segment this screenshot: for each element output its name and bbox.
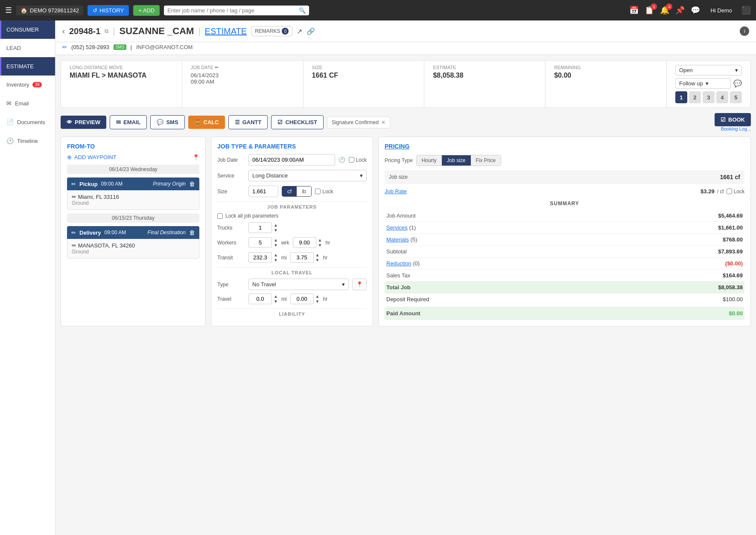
cf-toggle[interactable]: cf	[282, 186, 297, 196]
book-button[interactable]: ☑ BOOK	[715, 113, 751, 126]
chat-icon[interactable]: 💬	[691, 6, 700, 15]
remarks-button[interactable]: REMARKS 0	[251, 26, 292, 36]
home-button[interactable]: 🏠 DEMO 9728611242	[16, 6, 83, 15]
sms-button[interactable]: 💬 SMS	[150, 115, 184, 129]
pricing-title[interactable]: PRICING	[385, 143, 744, 150]
travel-hr-up[interactable]: ▲	[315, 294, 320, 299]
transit-up[interactable]: ▲	[274, 253, 278, 258]
step-2[interactable]: 2	[689, 91, 701, 103]
sidebar-item-estimate[interactable]: ESTIMATE	[0, 57, 55, 76]
workers-hr-down[interactable]: ▼	[318, 243, 322, 248]
expand-icon[interactable]: ↗	[297, 27, 302, 35]
calendar-icon[interactable]: 📅	[629, 6, 639, 15]
service-select[interactable]: Long Distance ▾	[248, 170, 367, 181]
step-3[interactable]: 3	[703, 91, 715, 103]
travel-map-pin[interactable]: 📍	[352, 279, 367, 290]
travel-mi-input[interactable]	[248, 294, 272, 304]
bell-icon[interactable]: 🔔 4	[660, 6, 669, 15]
separator: |	[113, 26, 115, 36]
workers-hr-input[interactable]	[293, 237, 316, 248]
sidebar-item-consumer[interactable]: CONSUMER	[0, 20, 55, 39]
lock-all-checkbox[interactable]	[217, 213, 223, 219]
search-bar[interactable]: 🔍	[164, 6, 309, 15]
edit-date-icon[interactable]: ✏	[215, 65, 219, 70]
trucks-input[interactable]	[248, 222, 272, 233]
workers-down[interactable]: ▼	[274, 243, 278, 248]
gantt-button[interactable]: ☰ GANTT	[228, 115, 268, 129]
travel-mi-up[interactable]: ▲	[274, 294, 278, 299]
job-date-lock[interactable]: Lock	[349, 157, 367, 163]
workers-input[interactable]	[248, 237, 272, 248]
pickup-address-text: Miami, FL 33116	[78, 194, 119, 200]
status-select[interactable]: Open ▾	[675, 65, 742, 76]
history-button[interactable]: ↺ HISTORY	[88, 5, 129, 16]
size-lock-checkbox[interactable]	[315, 189, 321, 194]
calc-button[interactable]: 🧮 CALC	[188, 116, 225, 129]
workers-hr-up[interactable]: ▲	[318, 238, 322, 243]
rate-lock-checkbox[interactable]	[727, 189, 732, 194]
size-lock[interactable]: Lock	[315, 189, 333, 195]
search-input[interactable]	[167, 7, 296, 14]
follow-up-chat-icon[interactable]: 💬	[733, 79, 742, 87]
job-rate-link[interactable]: Job Rate	[385, 188, 407, 195]
sidebar-documents-label: Documents	[17, 119, 45, 125]
info-button[interactable]: i	[740, 26, 749, 36]
sidebar-item-lead[interactable]: LEAD	[0, 39, 55, 57]
signature-close-icon[interactable]: ✕	[381, 119, 385, 125]
trucks-spinner: ▲ ▼	[248, 222, 278, 233]
travel-hr-input[interactable]	[290, 294, 314, 304]
trucks-up[interactable]: ▲	[274, 223, 278, 228]
materials-link[interactable]: Materials	[386, 236, 409, 243]
services-link[interactable]: Services	[386, 224, 408, 231]
transit-hr-input[interactable]	[290, 252, 314, 263]
home-icon: 🏠	[20, 7, 27, 14]
trucks-down[interactable]: ▼	[274, 228, 278, 233]
add-button[interactable]: + ADD	[133, 5, 160, 16]
link-icon[interactable]: 🔗	[306, 27, 315, 35]
preview-icon: 👁	[67, 119, 72, 125]
job-date-lock-checkbox[interactable]	[349, 157, 354, 163]
hourly-btn[interactable]: Hourly	[417, 155, 442, 166]
estimate-link[interactable]: ESTIMATE	[205, 26, 247, 36]
travel-type-select[interactable]: No Travel ▾	[248, 279, 349, 290]
step-5[interactable]: 5	[730, 91, 742, 103]
fixprice-btn[interactable]: Fix Price	[471, 155, 501, 166]
email-button[interactable]: ✉ EMAIL	[110, 115, 147, 129]
workers-up[interactable]: ▲	[274, 238, 278, 243]
lb-toggle[interactable]: lb	[297, 186, 311, 196]
follow-up-select[interactable]: Follow up ▾	[675, 78, 731, 89]
sidebar-item-timeline[interactable]: 🕐 Timeline	[0, 131, 55, 150]
jobsize-btn[interactable]: Job size	[442, 155, 471, 166]
transit-hr-up[interactable]: ▲	[315, 253, 320, 258]
transit-input[interactable]	[248, 252, 272, 263]
add-waypoint-button[interactable]: ⊕ ADD WAYPOINT 📍	[67, 154, 199, 160]
back-button[interactable]: ‹	[62, 27, 65, 36]
job-date-input[interactable]	[248, 154, 335, 166]
pin-icon[interactable]: 📌	[675, 6, 685, 15]
travel-type-row: Type No Travel ▾ 📍	[217, 279, 367, 290]
pickup-delete-icon[interactable]: 🗑	[189, 180, 195, 187]
step-4[interactable]: 4	[716, 91, 728, 103]
booking-log-link[interactable]: Booking Log...	[721, 126, 751, 131]
hamburger-icon[interactable]: ☰	[5, 6, 12, 15]
rate-lock[interactable]: Lock	[727, 189, 744, 195]
sidebar-item-inventory[interactable]: Inventory 39	[0, 76, 55, 94]
checklist-button[interactable]: ☑ CHECKLIST	[271, 115, 323, 129]
edit-phone-icon[interactable]: ✏	[62, 44, 67, 50]
task-icon[interactable]: 📋 1	[645, 6, 654, 15]
delivery-delete-icon[interactable]: 🗑	[189, 229, 195, 236]
size-input[interactable]	[248, 186, 278, 197]
copy-icon[interactable]: ⧉	[105, 28, 108, 35]
transit-down[interactable]: ▼	[274, 258, 278, 263]
sidebar-item-email[interactable]: ✉ Email	[0, 94, 55, 113]
preview-button[interactable]: 👁 PREVIEW	[61, 116, 106, 129]
reduction-link[interactable]: Reduction	[386, 260, 412, 267]
email-icon: ✉	[6, 100, 12, 107]
step-1[interactable]: 1	[675, 91, 687, 103]
travel-mi-down[interactable]: ▼	[274, 299, 278, 304]
sms-badge[interactable]: SMS	[114, 44, 126, 50]
sidebar-item-documents[interactable]: 📄 Documents	[0, 113, 55, 131]
transit-hr-down[interactable]: ▼	[315, 258, 320, 263]
logout-icon[interactable]: ⬛	[741, 6, 751, 15]
travel-hr-down[interactable]: ▼	[315, 299, 320, 304]
